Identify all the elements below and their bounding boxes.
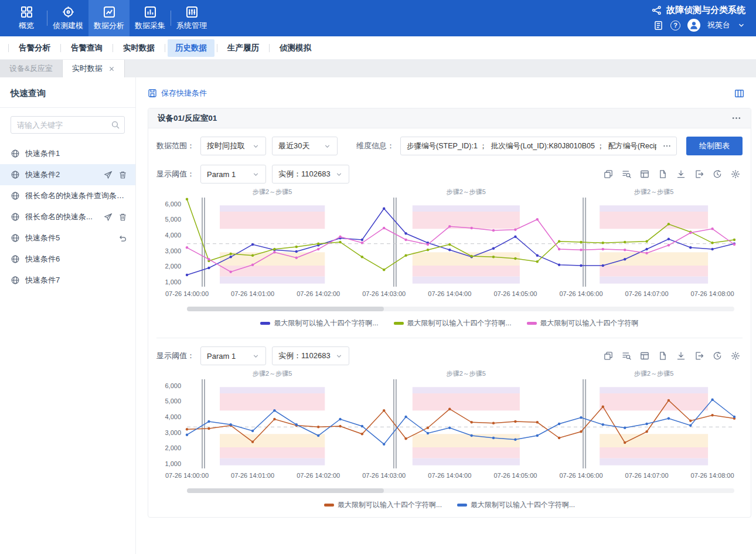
table-icon[interactable]	[640, 351, 649, 361]
pull-mode-select[interactable]: 按时间拉取	[200, 137, 266, 155]
username: 祝英台	[707, 20, 730, 30]
svg-text:07-26 14:03:00: 07-26 14:03:00	[362, 472, 406, 479]
chart-toolbar	[604, 351, 743, 361]
nav-item-data-collection[interactable]: 数据采集	[130, 0, 171, 36]
svg-text:2,000: 2,000	[165, 263, 181, 270]
sidebar: 快速查询 快速条件1 快速条件2 很长命名的快速条件查询条件条...	[0, 77, 136, 554]
separator	[113, 44, 113, 52]
param-value: Param 1	[207, 170, 236, 179]
param-select[interactable]: Param 1	[200, 165, 266, 183]
nav-item-overview[interactable]: 概览	[6, 0, 47, 36]
undo-icon[interactable]	[118, 234, 127, 243]
sidebar-item-quick-condition-2[interactable]: 快速条件2	[0, 164, 135, 185]
legend-item[interactable]: 最大限制可以输入十四个字符啊...	[394, 318, 512, 328]
threshold-label: 显示阈值：	[156, 169, 195, 179]
history-icon[interactable]	[713, 351, 722, 361]
export-right-icon[interactable]	[694, 351, 704, 361]
svg-text:5,000: 5,000	[165, 216, 181, 223]
chevron-down-icon	[335, 352, 343, 360]
sidebar-item-quick-condition-1[interactable]: 快速条件1	[0, 143, 135, 164]
subnav-production-history[interactable]: 生产履历	[220, 39, 267, 57]
dimension-info-input[interactable]	[400, 137, 677, 155]
globe-icon	[11, 254, 20, 264]
param-select[interactable]: Param 1	[200, 346, 266, 365]
sidebar-item-quick-condition-4[interactable]: 很长命名的快速条...	[0, 206, 135, 227]
dimension-more-button[interactable]	[662, 141, 672, 151]
search-input[interactable]	[11, 116, 125, 134]
help-icon[interactable]	[670, 21, 680, 30]
separator	[8, 44, 9, 52]
search-icon[interactable]	[111, 120, 120, 130]
target-icon	[62, 6, 74, 18]
sidebar-item-quick-condition-3[interactable]: 很长命名的快速条件查询条件条...	[0, 185, 135, 206]
instance-value: 实例：1102683	[278, 169, 331, 179]
legend-item[interactable]: 最大限制可以输入十四个字符啊...	[260, 318, 378, 328]
settings-icon[interactable]	[731, 351, 740, 361]
nav-item-detection-modeling[interactable]: 侦测建模	[47, 0, 88, 36]
copy-icon[interactable]	[604, 351, 613, 361]
close-icon[interactable]	[108, 66, 115, 72]
settings-icon[interactable]	[731, 169, 740, 179]
draw-chart-button[interactable]: 绘制图表	[686, 137, 743, 155]
sidebar-item-label: 很长命名的快速条件查询条件条...	[25, 191, 127, 201]
chart-scrollbar-thumb[interactable]	[187, 307, 384, 311]
send-icon[interactable]	[104, 171, 113, 179]
svg-text:07-26 14:03:00: 07-26 14:03:00	[362, 290, 406, 297]
legend-swatch	[324, 504, 334, 507]
chevron-down-icon	[252, 171, 260, 178]
table-icon[interactable]	[640, 169, 649, 179]
filter-row: 数据范围： 按时间拉取 最近30天 维度信息： 绘制图表	[156, 137, 743, 155]
nav-item-system-management[interactable]: 系统管理	[171, 0, 212, 36]
chevron-down-icon	[335, 171, 343, 178]
avatar[interactable]	[687, 19, 700, 32]
chart-panel-1: 显示阈值： Param 1 实例：1102683 步骤2～步骤5步骤2～步骤5步…	[156, 165, 743, 328]
dimension-info-label: 维度信息：	[356, 141, 394, 151]
download-icon[interactable]	[676, 351, 686, 361]
export-right-icon[interactable]	[694, 169, 704, 179]
document-icon[interactable]	[653, 21, 663, 30]
send-icon[interactable]	[104, 213, 113, 222]
card-title: 设备01/反应室01	[158, 113, 217, 124]
chart-toolbar	[604, 169, 743, 179]
instance-select[interactable]: 实例：1102683	[272, 165, 349, 183]
sidebar-item-quick-condition-7[interactable]: 快速条件7	[0, 270, 135, 291]
sidebar-search	[11, 116, 125, 134]
search-list-icon[interactable]	[622, 169, 631, 179]
nav-item-data-analysis[interactable]: 数据分析	[88, 0, 130, 36]
subnav-detection-simulation[interactable]: 侦测模拟	[272, 39, 319, 57]
search-list-icon[interactable]	[622, 351, 631, 361]
history-icon[interactable]	[713, 169, 722, 179]
file-export-icon[interactable]	[658, 169, 668, 179]
nav-label: 数据分析	[94, 21, 124, 31]
more-menu-button[interactable]	[731, 113, 741, 123]
copy-icon[interactable]	[604, 169, 613, 179]
sidebar-item-quick-condition-6[interactable]: 快速条件6	[0, 249, 135, 270]
svg-text:07-26 14:00:00: 07-26 14:00:00	[165, 290, 209, 297]
legend-item[interactable]: 最大限制可以输入十四个字符啊...	[324, 500, 442, 510]
subnav-history-data[interactable]: 历史数据	[168, 39, 214, 57]
line-chart-1[interactable]: 步骤2～步骤5步骤2～步骤5步骤2～步骤51,0002,0003,0004,00…	[156, 188, 741, 304]
sidebar-item-label: 快速条件6	[25, 254, 127, 264]
subnav-realtime-data[interactable]: 实时数据	[115, 39, 162, 57]
trash-icon[interactable]	[118, 213, 127, 222]
subnav-alarm-analysis[interactable]: 告警分析	[11, 39, 58, 57]
svg-text:07-26 14:05:00: 07-26 14:05:00	[493, 472, 537, 479]
period-select[interactable]: 最近30天	[272, 137, 338, 155]
file-export-icon[interactable]	[658, 351, 668, 361]
download-icon[interactable]	[676, 169, 686, 179]
tab-device-chamber[interactable]: 设备&反应室	[0, 60, 63, 77]
svg-text:07-26 14:02:00: 07-26 14:02:00	[297, 290, 340, 297]
instance-select[interactable]: 实例：1102683	[272, 346, 349, 365]
line-chart-2[interactable]: 步骤2～步骤5步骤2～步骤5步骤2～步骤51,0002,0003,0004,00…	[156, 370, 741, 486]
subnav-alarm-query[interactable]: 告警查询	[63, 39, 110, 57]
legend-item[interactable]: 最大限制可以输入十四个字符啊...	[457, 500, 575, 510]
chart-scrollbar-thumb[interactable]	[187, 488, 384, 493]
sidebar-item-quick-condition-5[interactable]: 快速条件5	[0, 227, 135, 249]
trash-icon[interactable]	[118, 171, 127, 179]
layout-columns-icon[interactable]	[734, 89, 744, 98]
chevron-down-icon[interactable]	[737, 21, 745, 29]
legend-item[interactable]: 最大限制可以输入十四个字符啊	[527, 318, 639, 328]
nav-label: 系统管理	[176, 21, 207, 31]
save-shortcut-button[interactable]: 保存快捷条件	[148, 88, 207, 98]
tab-realtime-data[interactable]: 实时数据	[63, 60, 125, 77]
